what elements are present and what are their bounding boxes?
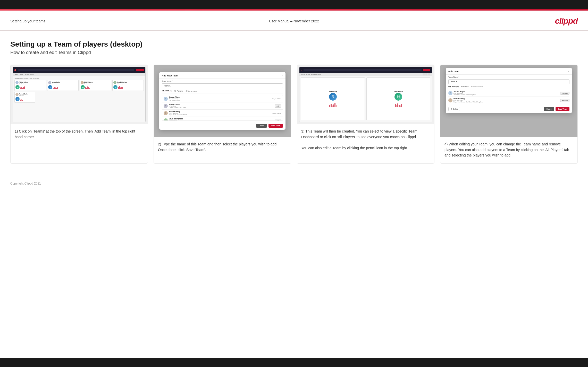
header: Setting up your teams User Manual – Nove… — [0, 11, 588, 31]
dialog2-team-name-label: Team Name * — [162, 80, 283, 82]
player-status: Player Added — [272, 112, 281, 114]
dialog2-player-row: A Adrian Player Plus HandicapThe Shire L… — [162, 95, 283, 102]
dialog2-filter-checkbox[interactable] — [185, 90, 187, 92]
top-bar — [0, 0, 588, 9]
dialog4-filter-checkbox[interactable] — [471, 86, 473, 87]
page-footer: Copyright Clippd 2021 — [0, 182, 588, 190]
player-avatar: B — [448, 98, 452, 102]
copyright-text: Copyright Clippd 2021 — [10, 182, 41, 185]
player-club: Plus HandicapRoyal North Devon Golf Club… — [453, 100, 483, 103]
player-name: Blair McHarg — [169, 111, 187, 112]
screenshot-2: Add New Team × Team Name * My Team (2) A… — [154, 65, 291, 137]
screenshot-3: ● Teams Home My Performance — [297, 65, 434, 124]
card-2-text: 2) Type the name of this Team and then s… — [154, 137, 291, 163]
bottom-bar — [0, 358, 588, 367]
player-name: Blair McHarg — [453, 98, 483, 100]
logo: clippd — [555, 16, 578, 26]
dialog2-player-row: A Adrian Coliba 1 HandicapCentral London… — [162, 102, 283, 110]
dialog4-save-button[interactable]: Save Team — [556, 107, 569, 111]
dialog4-player-list: A Adrian Player Plus HandicapThe Shire L… — [448, 90, 569, 104]
dialog4-team-name-input[interactable] — [448, 79, 569, 84]
dialog4-title: Edit Team — [448, 70, 459, 73]
player-avatar: A — [448, 91, 452, 95]
dialog4-tab-myteam[interactable]: My Team (2) — [448, 85, 459, 87]
dialog4-player-row: B Blair McHarg Plus HandicapRoyal North … — [448, 97, 569, 104]
remove-player-button[interactable]: Remove — [560, 92, 569, 95]
card-1: Teams Home My Performance Viewing 4 out … — [10, 65, 148, 164]
screenshot-1: Teams Home My Performance Viewing 4 out … — [11, 65, 148, 124]
card-4-text: 4) When editing your Team, you can chang… — [440, 137, 577, 163]
dialog2-player-row: B Blair McHarg Plus HandicapRoyal North … — [162, 110, 283, 117]
dialog4-delete-button[interactable]: 🗑 Delete — [448, 107, 460, 111]
breadcrumb: Setting up your teams — [10, 19, 45, 23]
dialog4-close[interactable]: × — [568, 70, 569, 73]
card-4: Edit Team × Team Name * My Team (2) All … — [440, 65, 578, 164]
dialog2-filter-label[interactable]: Filter by name — [185, 90, 197, 92]
remove-player-button[interactable]: Remove — [560, 99, 569, 102]
player-avatar: A — [164, 104, 168, 108]
player-club: Plus HandicapRoyal North Devon Golf Club — [169, 112, 187, 116]
page-title: Setting up a Team of players (desktop) — [10, 40, 578, 48]
player-avatar: B — [164, 111, 168, 115]
player-avatar: A — [164, 97, 168, 101]
dialog2-cancel-button[interactable]: Cancel — [256, 124, 267, 128]
dialog2-close[interactable]: × — [281, 74, 283, 77]
add-player-button[interactable]: Add — [275, 104, 281, 108]
card-2: Add New Team × Team Name * My Team (2) A… — [154, 65, 291, 164]
dialog2-save-button[interactable]: Save Team — [268, 124, 283, 128]
dialog2-tab-allplayers[interactable]: All Players — [174, 90, 183, 92]
player-avatar: D — [164, 118, 168, 121]
cards-grid: Teams Home My Performance Viewing 4 out … — [10, 65, 578, 164]
manual-subtitle: User Manual – November 2022 — [269, 19, 319, 23]
player-club: 1 HandicapCentral London Golf Centre — [169, 105, 186, 108]
card-1-text: 1) Click on 'Teams' at the top of the sc… — [11, 124, 148, 163]
dialog2-player-list: A Adrian Player Plus HandicapThe Shire L… — [162, 95, 283, 121]
dialog2-player-row: D Dave Billingham 3.5 HandicapThe Dog Ma… — [162, 117, 283, 121]
dialog2-tab-myteam[interactable]: My Team (2) — [162, 90, 172, 92]
main-content: Setting up a Team of players (desktop) H… — [0, 31, 588, 182]
dialog2-title: Add New Team — [162, 74, 178, 77]
player-name: Adrian Coliba — [169, 103, 186, 105]
card-3-text-part1: 3) This Team will then be created. You c… — [301, 129, 417, 139]
dialog4-tab-allplayers[interactable]: All Players — [461, 85, 469, 87]
page-subtitle: How to create and edit Teams in Clippd — [10, 50, 578, 55]
dialog2-team-name-input[interactable] — [162, 83, 283, 88]
dialog4-cancel-button[interactable]: Cancel — [544, 107, 554, 111]
add-player-button[interactable]: Add — [275, 119, 281, 121]
player-club: 3.5 HandicapThe Dog Maging Golf Club — [169, 120, 186, 121]
player-club: Plus HandicapThe Shire London, United Ki… — [453, 92, 476, 95]
player-status: Player Added — [272, 98, 281, 100]
dialog4-delete-label: Delete — [453, 108, 458, 110]
dialog4-player-row: A Adrian Player Plus HandicapThe Shire L… — [448, 90, 569, 97]
player-name: Adrian Player — [169, 96, 180, 98]
dialog4-team-name-label: Team Name * — [448, 76, 569, 78]
screenshot-4: Edit Team × Team Name * My Team (2) All … — [440, 65, 577, 137]
card-3-text-part2: You can also edit a Team by clicking the… — [301, 146, 408, 150]
trash-icon: 🗑 — [450, 108, 452, 110]
player-club: Plus HandicapThe Shire London — [169, 98, 180, 101]
player-name: Adrian Player — [453, 91, 476, 92]
card-3-text: 3) This Team will then be created. You c… — [297, 124, 434, 163]
card-3: ● Teams Home My Performance — [297, 65, 434, 164]
player-name: Dave Billingham — [169, 118, 186, 120]
